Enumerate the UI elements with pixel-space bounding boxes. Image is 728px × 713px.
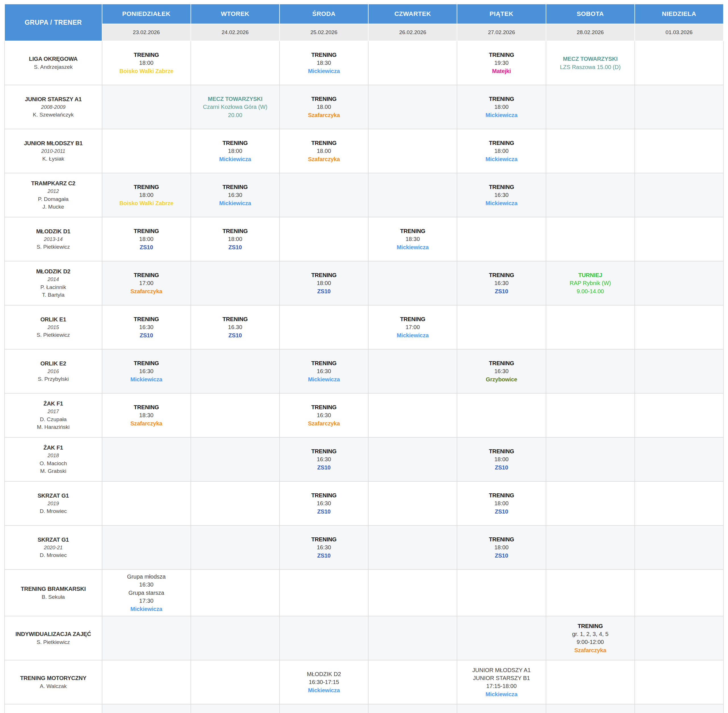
event-venue: Mickiewicza	[104, 375, 189, 383]
schedule-cell: TRENING18:00Mickiewicza	[191, 129, 280, 173]
schedule-cell	[368, 660, 457, 704]
event-text: 18:00	[281, 279, 366, 287]
event-text: 19:30	[459, 59, 544, 67]
group-trainer: O. Macioch	[6, 459, 100, 467]
date-cell: 24.02.2026	[191, 24, 280, 41]
event-text: RAP Rybnik (W)	[548, 279, 633, 287]
corner-header: GRUPA / TRENER	[4, 4, 102, 41]
schedule-cell	[546, 85, 635, 129]
schedule-row: ORLIK E22016S. PrzybylskiTRENING16:30Mic…	[4, 349, 724, 393]
event-text: 16:30	[193, 191, 278, 199]
schedule-row: INDYWIDUALIZACJA ZAJĘĆS. PietkiewiczTREN…	[4, 616, 724, 660]
event-type: TRENING	[370, 227, 455, 235]
event-type: TRENING	[281, 271, 366, 279]
schedule-cell	[635, 85, 724, 129]
group-name: INDYWIDUALIZACJA ZAJĘĆ	[6, 630, 100, 638]
event-text: 9:00-12:00	[548, 638, 633, 646]
schedule-cell	[635, 525, 724, 570]
event-venue: Boisko Walki Zabrze	[104, 67, 189, 75]
event-venue: ZS10	[104, 331, 189, 339]
schedule-cell	[368, 482, 457, 525]
group-cell: TRENING MENTALNYB. Bober	[4, 704, 102, 713]
event-type: MECZ TOWARZYSKI	[548, 55, 633, 63]
schedule-cell	[368, 616, 457, 660]
event-text: 18.00	[281, 147, 366, 155]
schedule-cell	[457, 616, 546, 660]
day-header: NIEDZIELA	[635, 4, 724, 24]
event-type: TRENING	[281, 95, 366, 103]
schedule-cell	[191, 704, 280, 713]
event-text: JUNIOR STARSZY B1	[459, 674, 544, 682]
event-text: 18.00	[281, 103, 366, 111]
schedule-cell	[635, 482, 724, 525]
schedule-cell	[191, 261, 280, 305]
group-name: SKRZAT G1	[6, 492, 100, 500]
group-name: ŻAK F1	[6, 444, 100, 452]
schedule-cell	[635, 570, 724, 616]
schedule-cell	[191, 41, 280, 85]
schedule-cell: TRENINGgr. 1, 2, 3, 4, 59:00-12:00Szafar…	[546, 616, 635, 660]
event-type: TRENING	[104, 359, 189, 367]
event-venue: ZS10	[281, 552, 366, 559]
schedule-cell	[280, 217, 368, 261]
event-type: TRENING	[104, 403, 189, 411]
event-type: TRENING	[193, 139, 278, 147]
event-type: TRENING	[281, 139, 366, 147]
schedule-cell	[546, 660, 635, 704]
group-year: 2017	[6, 408, 100, 415]
event-text: 18:00	[104, 59, 189, 67]
schedule-cell	[368, 129, 457, 173]
schedule-cell	[191, 437, 280, 482]
event-type: TRENING	[104, 227, 189, 235]
schedule-cell	[280, 570, 368, 616]
group-trainer: S. Pietkiewicz	[6, 638, 100, 646]
group-trainer: M. Grabski	[6, 467, 100, 475]
event-type: TRENING	[459, 139, 544, 147]
group-trainer: S. Pietkiewicz	[6, 331, 100, 339]
day-header: PIĄTEK	[457, 4, 546, 24]
event-text: 18:00	[193, 235, 278, 243]
date-cell: 01.03.2026	[635, 24, 724, 41]
event-text: 16:30	[281, 455, 366, 463]
date-row: 23.02.202624.02.202625.02.202626.02.2026…	[4, 24, 724, 41]
date-cell: 27.02.2026	[457, 24, 546, 41]
event-text: LZS Raszowa 15.00 (D)	[548, 63, 633, 71]
group-cell: LIGA OKRĘGOWAS. Andrzejaszek	[4, 41, 102, 85]
event-venue: ZS10	[459, 507, 544, 516]
day-header: SOBOTA	[546, 4, 635, 24]
event-venue: Szafarczyka	[548, 646, 633, 654]
group-cell: JUNIOR MŁODSZY B12010-2011K. Łysiak	[4, 129, 102, 173]
schedule-row: MŁODZIK D22014P. ŁacinnikT. BartylaTRENI…	[4, 261, 724, 305]
group-year: 2012	[6, 188, 100, 195]
schedule-cell	[635, 217, 724, 261]
schedule-cell	[368, 261, 457, 305]
schedule-header: GRUPA / TRENER PONIEDZIAŁEKWTOREKŚRODACZ…	[4, 4, 724, 41]
group-year: 2018	[6, 452, 100, 459]
schedule-cell	[457, 570, 546, 616]
event-text: 16:30	[281, 367, 366, 375]
event-text: Grupa młodsza	[104, 573, 189, 580]
group-cell: INDYWIDUALIZACJA ZAJĘĆS. Pietkiewicz	[4, 616, 102, 660]
group-trainer: S. Andrzejaszek	[6, 63, 100, 71]
day-header: ŚRODA	[280, 4, 368, 24]
day-header: WTOREK	[191, 4, 280, 24]
schedule-cell	[546, 437, 635, 482]
event-venue: ZS10	[193, 331, 278, 339]
event-type: TRENING	[281, 447, 366, 455]
group-trainer: K. Łysiak	[6, 155, 100, 163]
group-year: 2013-14	[6, 236, 100, 243]
group-trainer: P. Łacinnik	[6, 283, 100, 291]
event-text: 16:30	[281, 543, 366, 551]
schedule-cell	[280, 704, 368, 713]
event-type: TRENING	[459, 491, 544, 499]
group-trainer: S. Pietkiewicz	[6, 243, 100, 251]
event-type: TRENING	[193, 227, 278, 235]
schedule-cell	[546, 129, 635, 173]
group-name: MŁODZIK D1	[6, 227, 100, 236]
event-type: TRENING	[370, 315, 455, 323]
event-venue: ZS10	[281, 287, 366, 295]
day-header: PONIEDZIAŁEK	[102, 4, 191, 24]
schedule-cell	[102, 437, 191, 482]
group-name: TRAMPKARZ C2	[6, 179, 100, 188]
schedule-cell: TRENING18.00Szafarczyka	[280, 129, 368, 173]
